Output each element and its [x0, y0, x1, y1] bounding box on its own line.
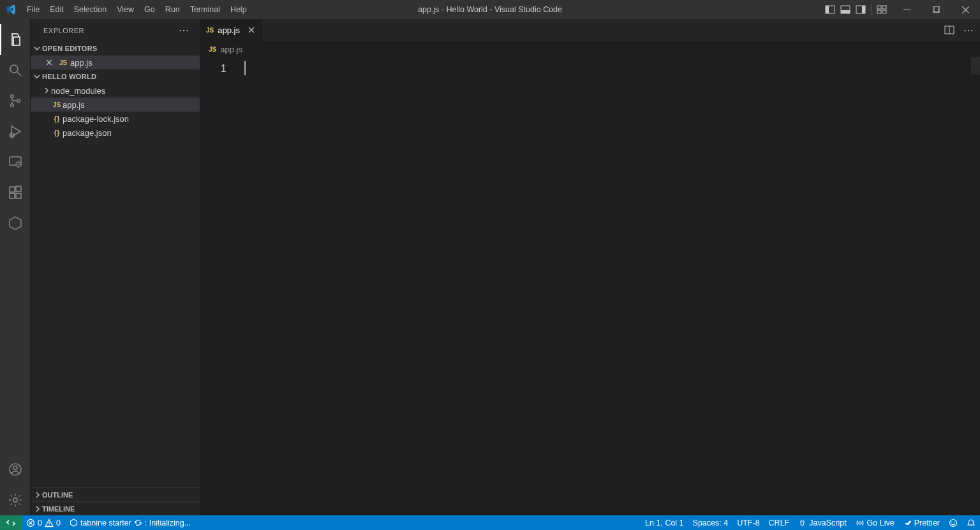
tab-bar: JS app.js ⋯	[200, 19, 980, 41]
svg-point-22	[16, 162, 21, 167]
workspace-section[interactable]: HELLO WORLD	[31, 70, 200, 84]
js-file-icon: JS	[51, 101, 63, 108]
window-title: app.js - Hello World - Visual Studio Cod…	[418, 5, 562, 14]
close-tab-icon[interactable]	[248, 26, 255, 34]
svg-point-28	[13, 466, 17, 470]
svg-rect-25	[16, 193, 21, 198]
remote-indicator[interactable]	[0, 515, 22, 530]
status-language[interactable]: JavaScript	[794, 515, 850, 530]
svg-rect-3	[841, 10, 850, 13]
minimap[interactable]	[971, 57, 980, 515]
file-tree-item-json[interactable]: { } package.json	[31, 126, 200, 140]
activity-accounts-icon[interactable]	[0, 454, 31, 485]
window-close-button[interactable]	[951, 0, 980, 19]
menu-edit[interactable]: Edit	[45, 0, 69, 19]
svg-rect-6	[877, 6, 881, 9]
menubar: File Edit Selection View Go Run Terminal…	[22, 0, 252, 19]
status-indentation[interactable]: Spaces: 4	[688, 515, 733, 530]
explorer-more-icon[interactable]: ⋯	[179, 24, 189, 36]
svg-point-34	[48, 524, 50, 526]
toggle-panel-icon[interactable]	[840, 4, 850, 15]
menu-file[interactable]: File	[22, 0, 45, 19]
tabnine-status: : Initializing...	[145, 519, 191, 527]
activity-extensions-icon[interactable]	[0, 177, 31, 208]
file-tree-item-json[interactable]: { } package-lock.json	[31, 112, 200, 126]
toggle-primary-sidebar-icon[interactable]	[825, 4, 835, 15]
activity-explorer-icon[interactable]	[0, 24, 31, 55]
chevron-right-icon	[33, 491, 42, 499]
file-label: app.js	[63, 100, 85, 110]
layout-controls	[825, 4, 892, 15]
json-file-icon: { }	[51, 129, 63, 136]
breadcrumb[interactable]: JS app.js	[200, 41, 980, 57]
menu-help[interactable]: Help	[225, 0, 252, 19]
text-cursor	[244, 61, 246, 75]
svg-point-36	[950, 519, 957, 526]
chevron-down-icon	[32, 73, 42, 80]
status-tabnine[interactable]: tabnine starter : Initializing...	[65, 515, 195, 530]
timeline-label: TIMELINE	[42, 505, 75, 513]
activity-source-control-icon[interactable]	[0, 85, 31, 116]
explorer-sidebar: EXPLORER ⋯ OPEN EDITORS JS app.js HELLO …	[31, 19, 200, 515]
svg-rect-12	[934, 6, 940, 12]
activity-run-debug-icon[interactable]	[0, 116, 31, 147]
file-label: package.json	[63, 128, 112, 138]
editor-area[interactable]: 1	[200, 57, 980, 515]
window-minimize-button[interactable]	[892, 0, 921, 19]
file-label: node_modules	[51, 86, 105, 96]
menu-go[interactable]: Go	[139, 0, 160, 19]
status-feedback-icon[interactable]	[944, 515, 962, 530]
svg-rect-7	[882, 6, 886, 9]
window-maximize-button[interactable]	[921, 0, 951, 19]
menu-selection[interactable]: Selection	[69, 0, 112, 19]
status-cursor-position[interactable]: Ln 1, Col 1	[641, 515, 688, 530]
chevron-down-icon	[32, 45, 42, 52]
svg-point-35	[859, 522, 861, 524]
file-tree-item-folder[interactable]: node_modules	[31, 84, 200, 98]
menu-terminal[interactable]: Terminal	[185, 0, 225, 19]
status-encoding[interactable]: UTF-8	[732, 515, 764, 530]
activity-tabnine-icon[interactable]	[0, 208, 31, 239]
svg-line-14	[17, 72, 21, 76]
svg-rect-11	[933, 6, 939, 12]
svg-rect-26	[16, 186, 21, 191]
file-tree-item-js[interactable]: JS app.js	[31, 98, 200, 112]
js-file-icon: JS	[209, 46, 216, 53]
layout-divider	[871, 4, 872, 15]
activity-remote-explorer-icon[interactable]	[0, 147, 31, 177]
activity-bar	[0, 19, 31, 515]
tab-label: app.js	[218, 26, 240, 35]
titlebar: File Edit Selection View Go Run Terminal…	[0, 0, 980, 19]
menu-view[interactable]: View	[112, 0, 139, 19]
open-editor-item[interactable]: JS app.js	[31, 55, 200, 70]
open-editors-label: OPEN EDITORS	[42, 45, 98, 52]
toggle-secondary-sidebar-icon[interactable]	[856, 4, 866, 15]
split-editor-icon[interactable]	[944, 25, 954, 35]
customize-layout-icon[interactable]	[877, 4, 887, 15]
status-go-live[interactable]: Go Live	[851, 515, 899, 530]
activity-search-icon[interactable]	[0, 55, 31, 85]
status-prettier[interactable]: Prettier	[899, 515, 944, 530]
status-notifications-icon[interactable]	[962, 515, 980, 530]
error-count: 0	[38, 519, 42, 527]
code-content[interactable]	[243, 57, 971, 515]
timeline-section[interactable]: TIMELINE	[31, 501, 200, 515]
outline-label: OUTLINE	[42, 491, 73, 499]
close-icon[interactable]	[42, 59, 56, 66]
json-file-icon: { }	[51, 115, 63, 122]
editor-tab[interactable]: JS app.js	[200, 19, 262, 41]
outline-section[interactable]: OUTLINE	[31, 487, 200, 501]
open-editors-section[interactable]: OPEN EDITORS	[31, 41, 200, 55]
status-problems[interactable]: 0 0	[22, 515, 65, 530]
chevron-right-icon	[42, 87, 51, 94]
chevron-right-icon	[33, 505, 42, 513]
editor-more-icon[interactable]: ⋯	[963, 24, 974, 36]
activity-settings-icon[interactable]	[0, 485, 31, 515]
svg-point-17	[17, 99, 20, 103]
status-eol[interactable]: CRLF	[764, 515, 794, 530]
js-file-icon: JS	[206, 27, 214, 34]
svg-point-29	[13, 498, 17, 502]
menu-run[interactable]: Run	[160, 0, 185, 19]
editor-group: JS app.js ⋯ JS app.js 1	[200, 19, 980, 515]
svg-rect-8	[877, 10, 881, 13]
